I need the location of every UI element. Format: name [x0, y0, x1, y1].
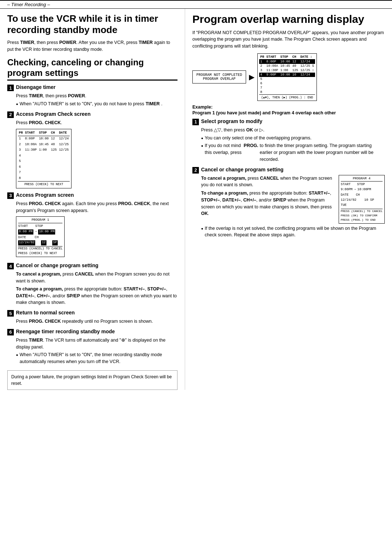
right-step-1-body: Press △▽, then press OK or ▷. You can on…: [201, 127, 385, 163]
step-3: 3 Access Program screen Press PROG. CHEC…: [7, 192, 177, 259]
top-bar-label: – Timer Recording –: [7, 2, 50, 7]
overlap-message-box: PROGRAM NOT COMPLETED PROGRAM OVERLAP: [192, 70, 246, 83]
step-3-num: 3: [7, 192, 14, 199]
right-step-2: 2 Cancel or change program setting PROGR…: [192, 167, 385, 239]
right-step-2-title: Cancel or change program setting: [201, 167, 283, 172]
step-4-body: To cancel a program, press CANCEL when t…: [16, 271, 177, 306]
step-6: 6 Reengage timer recording standby mode …: [7, 329, 177, 365]
step-4: 4 Cancel or change program setting To ca…: [7, 262, 177, 306]
step-2-body: Press PROG. CHECK. PR START STOP CH DATE…: [16, 119, 177, 188]
main-title: To use the VCR while it is in timer reco…: [7, 13, 177, 36]
right-step-1-title: Select program to modify: [201, 118, 262, 124]
step-2: 2 Access Program Check screen Press PROG…: [7, 111, 177, 188]
step-2-title: Access Program Check screen: [16, 111, 90, 117]
step-6-title: Reengage timer recording standby mode: [16, 329, 115, 334]
step-4-title: Cancel or change program setting: [16, 262, 98, 268]
step-1-num: 1: [7, 85, 14, 91]
step-2-num: 2: [7, 111, 14, 118]
step-5-body: Press PROG. CHECK repeatedly until no Pr…: [16, 318, 177, 325]
section-title: Checking, canceling or changing program …: [7, 57, 177, 81]
right-column: Program overlap warning display If "PROG…: [185, 9, 385, 390]
check-screen-footer: PRESS (CHECK) TO NEXT: [18, 181, 70, 187]
right-screen-footer: (▲▼), THEN (▶) (PROG.) : END: [259, 94, 315, 99]
right-step-2-body: PROGRAM 4 STARTSTOP 9:00PM → 10:00PM DAT…: [201, 175, 385, 239]
overlap-arrow: ▶: [249, 73, 254, 81]
overlap-display: PROGRAM NOT COMPLETED PROGRAM OVERLAP ▶ …: [192, 53, 385, 101]
step-1-body: Press TIMER, then press POWER. When "AUT…: [16, 93, 177, 107]
program4-screen: PROGRAM 4 STARTSTOP 9:00PM → 10:00PM DAT…: [339, 175, 385, 224]
step-5: 5 Return to normal screen Press PROG. CH…: [7, 310, 177, 325]
top-bar: – Timer Recording –: [0, 0, 392, 9]
right-intro: If "PROGRAM NOT COMPLETED PROGRAM OVERLA…: [192, 29, 385, 50]
example-desc: Program 1 (you have just made) and Progr…: [192, 110, 385, 115]
right-step-1: 1 Select program to modify Press △▽, the…: [192, 118, 385, 163]
example-label: Example:: [192, 105, 385, 110]
notice-text: During a power failure, the program sett…: [11, 374, 172, 386]
step-6-num: 6: [7, 329, 14, 335]
right-step-1-num: 1: [192, 119, 199, 125]
overlap-msg1: PROGRAM NOT COMPLETED: [196, 73, 242, 77]
step-5-title: Return to normal screen: [16, 310, 75, 315]
main-intro: Press TIMER, then press POWER. After you…: [7, 39, 177, 53]
right-check-screen: PR START STOP CH DATE ↕ 18:00P10:001212/…: [257, 53, 317, 101]
left-column: To use the VCR while it is in timer reco…: [7, 9, 185, 390]
right-step-2-num: 2: [192, 167, 199, 174]
step-4-num: 4: [7, 263, 14, 269]
step-1-title: Disengage timer: [16, 84, 56, 90]
right-title: Program overlap warning display: [192, 13, 385, 26]
step-6-body: Press TIMER. The VCR turns off automatic…: [16, 337, 177, 365]
step-1: 1 Disengage timer Press TIMER, then pres…: [7, 84, 177, 107]
notice-box: During a power failure, the program sett…: [7, 370, 177, 390]
step-3-title: Access Program screen: [16, 192, 74, 198]
overlap-msg2: PROGRAM OVERLAP: [196, 77, 242, 81]
step-5-num: 5: [7, 310, 14, 317]
step-3-body: Press PROG. CHECK again. Each time you p…: [16, 200, 177, 259]
